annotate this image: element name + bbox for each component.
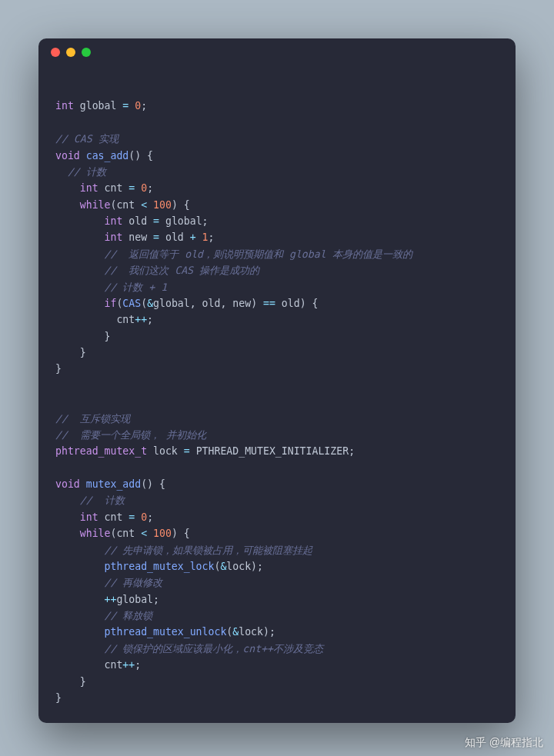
code-token: mutex_add <box>80 478 141 490</box>
code-token <box>55 626 105 638</box>
code-token: () { <box>128 150 153 162</box>
code-token: (cnt <box>110 199 141 211</box>
code-token: PTHREAD_MUTEX_INITIALIZER <box>196 445 349 457</box>
code-comment: // CAS 实现 <box>55 133 118 145</box>
code-token: } <box>55 692 62 704</box>
code-token <box>135 511 141 523</box>
code-token: < <box>141 528 147 539</box>
code-token: CAS <box>122 298 141 309</box>
code-token <box>147 528 153 539</box>
code-comment: // 我们这次 CAS 操作是成功的 <box>55 265 259 276</box>
code-comment: // 返回值等于 old，则说明预期值和 global 本身的值是一致的 <box>55 248 412 260</box>
watermark: 知乎 @编程指北 <box>465 736 543 750</box>
code-token: ; <box>147 182 153 194</box>
code-token: while <box>55 199 110 211</box>
code-token: global; <box>116 594 159 605</box>
code-token: void <box>55 478 80 490</box>
code-token: ++ <box>105 594 117 605</box>
code-comment: // 互斥锁实现 <box>55 413 130 425</box>
code-token: if <box>55 298 116 309</box>
maximize-icon[interactable] <box>82 48 91 57</box>
code-comment: // 计数 <box>55 166 106 178</box>
code-token: 1 <box>202 231 209 243</box>
code-token: cas_add <box>80 150 129 162</box>
code-token: int <box>55 215 122 227</box>
code-token <box>55 561 105 572</box>
code-token: global, old, new) <box>153 298 263 309</box>
code-token: cnt <box>55 314 135 325</box>
code-token: phtread_mutex_t <box>55 445 147 457</box>
code-token: pthread_mutex_unlock <box>105 626 227 638</box>
code-token: global <box>74 100 123 112</box>
code-token: cnt <box>105 659 123 671</box>
minimize-icon[interactable] <box>66 48 75 57</box>
code-token: = <box>153 215 159 227</box>
code-token: & <box>147 298 153 309</box>
code-token: ++ <box>122 659 135 671</box>
code-comment: // 需要一个全局锁， 并初始化 <box>55 429 206 441</box>
code-token: lock); <box>239 626 275 638</box>
code-token: 100 <box>153 199 172 211</box>
code-token: old <box>122 215 153 227</box>
code-block: int global = 0; // CAS 实现 void cas_add()… <box>38 66 516 721</box>
code-token: old) { <box>275 298 319 309</box>
code-token: == <box>263 298 275 309</box>
code-token: cnt <box>98 182 129 194</box>
code-token: () { <box>141 478 165 490</box>
code-token: new <box>122 231 153 243</box>
code-token: } <box>55 331 110 342</box>
code-token: global; <box>159 215 209 227</box>
code-comment: // 释放锁 <box>55 610 152 621</box>
code-token: int <box>55 182 98 194</box>
code-token: ) { <box>172 528 190 539</box>
code-token: = <box>153 231 159 243</box>
code-token: ; <box>141 100 147 112</box>
code-token: ; <box>135 659 141 671</box>
code-token <box>55 594 105 605</box>
code-token: + <box>190 231 196 243</box>
code-token: ) { <box>172 199 190 211</box>
code-token: cnt <box>98 511 129 523</box>
code-token <box>55 659 105 671</box>
code-token: } <box>55 347 86 358</box>
close-icon[interactable] <box>51 48 60 57</box>
code-token: ( <box>141 298 147 309</box>
code-token: ++ <box>135 314 147 325</box>
code-token: int <box>55 231 122 243</box>
code-token: < <box>141 199 147 211</box>
code-token: ; <box>147 511 153 523</box>
code-token: old <box>159 231 190 243</box>
code-token: int <box>55 100 74 112</box>
code-token <box>196 231 202 243</box>
code-token: = <box>184 445 190 457</box>
code-token: 0 <box>141 182 147 194</box>
code-token <box>135 182 141 194</box>
code-token: ; <box>209 231 215 243</box>
code-comment: // 计数 <box>55 495 125 506</box>
code-token <box>190 445 196 457</box>
code-comment: // 计数 + 1 <box>55 281 167 293</box>
code-token: int <box>55 511 98 523</box>
code-token <box>147 199 153 211</box>
code-comment: // 锁保护的区域应该最小化，cnt++不涉及竞态 <box>55 643 323 654</box>
code-comment: // 先申请锁，如果锁被占用，可能被阻塞挂起 <box>55 545 312 556</box>
code-token: } <box>55 676 86 688</box>
window-titlebar <box>38 38 516 66</box>
code-token: while <box>55 528 110 539</box>
code-token: lock); <box>226 561 263 572</box>
code-token: 100 <box>153 528 172 539</box>
code-token: void <box>55 150 80 162</box>
code-token: ; <box>349 445 355 457</box>
code-token: 0 <box>141 511 147 523</box>
code-window: int global = 0; // CAS 实现 void cas_add()… <box>38 38 516 723</box>
code-token: } <box>55 363 62 375</box>
code-token: (cnt <box>110 528 141 539</box>
code-comment: // 再做修改 <box>55 577 162 588</box>
code-token: lock <box>147 445 184 457</box>
code-token: ; <box>147 314 153 325</box>
code-token: pthread_mutex_lock <box>105 561 215 572</box>
